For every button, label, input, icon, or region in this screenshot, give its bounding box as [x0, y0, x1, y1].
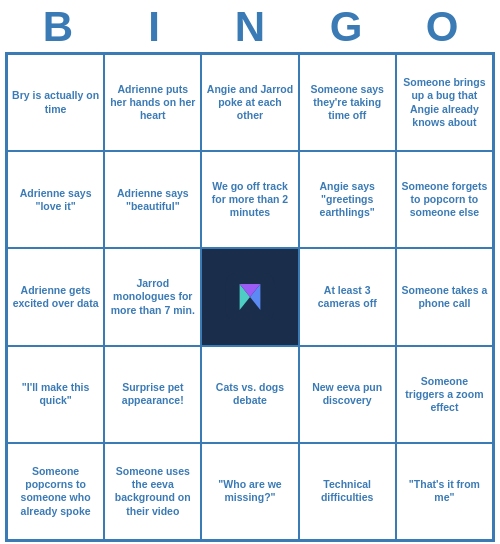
bingo-cell-r1c3[interactable]: Angie says "greetings earthlings"	[299, 151, 396, 248]
bingo-letter-b: B	[18, 6, 98, 48]
bingo-cell-r0c0[interactable]: Bry is actually on time	[7, 54, 104, 151]
bingo-title: BINGO	[0, 0, 500, 52]
bingo-cell-r3c2[interactable]: Cats vs. dogs debate	[201, 346, 298, 443]
bingo-cell-r4c2[interactable]: "Who are we missing?"	[201, 443, 298, 540]
bingo-cell-r3c3[interactable]: New eeva pun discovery	[299, 346, 396, 443]
bingo-cell-r2c2[interactable]	[201, 248, 298, 345]
bingo-cell-r0c1[interactable]: Adrienne puts her hands on her heart	[104, 54, 201, 151]
bingo-cell-r2c0[interactable]: Adrienne gets excited over data	[7, 248, 104, 345]
bingo-letter-i: I	[114, 6, 194, 48]
bingo-cell-r1c1[interactable]: Adrienne says "beautiful"	[104, 151, 201, 248]
bingo-letter-n: N	[210, 6, 290, 48]
bingo-cell-r4c3[interactable]: Technical difficulties	[299, 443, 396, 540]
bingo-cell-r3c0[interactable]: "I'll make this quick"	[7, 346, 104, 443]
free-space-icon	[224, 271, 276, 323]
bingo-cell-r1c4[interactable]: Someone forgets to popcorn to someone el…	[396, 151, 493, 248]
bingo-cell-r0c4[interactable]: Someone brings up a bug that Angie alrea…	[396, 54, 493, 151]
bingo-cell-r1c0[interactable]: Adrienne says "love it"	[7, 151, 104, 248]
bingo-cell-r1c2[interactable]: We go off track for more than 2 minutes	[201, 151, 298, 248]
bingo-cell-r4c4[interactable]: "That's it from me"	[396, 443, 493, 540]
bingo-cell-r2c1[interactable]: Jarrod monologues for more than 7 min.	[104, 248, 201, 345]
bingo-letter-g: G	[306, 6, 386, 48]
bingo-cell-r4c0[interactable]: Someone popcorns to someone who already …	[7, 443, 104, 540]
bingo-cell-r3c1[interactable]: Surprise pet appearance!	[104, 346, 201, 443]
bingo-cell-r3c4[interactable]: Someone triggers a zoom effect	[396, 346, 493, 443]
bingo-letter-o: O	[402, 6, 482, 48]
bingo-cell-r0c3[interactable]: Someone says they're taking time off	[299, 54, 396, 151]
bingo-cell-r2c4[interactable]: Someone takes a phone call	[396, 248, 493, 345]
bingo-cell-r4c1[interactable]: Someone uses the eeva background on thei…	[104, 443, 201, 540]
bingo-cell-r2c3[interactable]: At least 3 cameras off	[299, 248, 396, 345]
bingo-grid: Bry is actually on timeAdrienne puts her…	[5, 52, 495, 542]
bingo-cell-r0c2[interactable]: Angie and Jarrod poke at each other	[201, 54, 298, 151]
